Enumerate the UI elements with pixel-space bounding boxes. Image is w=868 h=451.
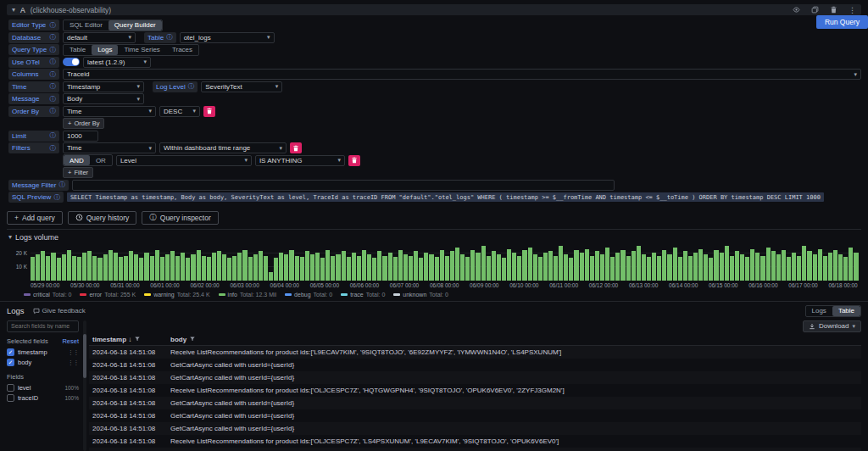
table-scrollbar[interactable]	[83, 320, 86, 451]
table-row[interactable]: 2024-06-18 14:51:08Receive ListRecommend…	[89, 345, 861, 359]
run-query-button[interactable]: Run Query	[816, 15, 868, 29]
filter1-field-select[interactable]: Time ▾	[63, 142, 156, 153]
volume-bar	[569, 258, 573, 280]
legend-label: info	[228, 292, 237, 298]
legend-item[interactable]: errorTotal: 255 K	[80, 292, 136, 298]
checkbox-unchecked[interactable]	[7, 384, 14, 392]
selected-field-item[interactable]: ✓timestamp⋮⋮	[7, 348, 79, 358]
message-filter-input[interactable]	[72, 180, 615, 191]
order-by-field-select[interactable]: Time ▾	[63, 106, 156, 117]
volume-bar	[403, 254, 408, 281]
filter2-field-select[interactable]: Level ▾	[116, 155, 252, 166]
remove-order-by-button[interactable]	[203, 106, 215, 117]
sort-desc-icon[interactable]: ↓	[128, 336, 131, 343]
add-query-button[interactable]: + Add query	[7, 211, 63, 225]
chevron-down-icon: ▾	[148, 145, 152, 152]
legend-label: debug	[294, 292, 310, 298]
table-row[interactable]: 2024-06-18 14:51:08GetCartAsync called w…	[89, 409, 861, 422]
field-item[interactable]: level100%	[7, 383, 79, 393]
query-type-traces[interactable]: Traces	[166, 45, 198, 55]
volume-bar	[538, 257, 542, 280]
logs-panel-body: Selected fields Reset ✓timestamp⋮⋮✓body⋮…	[7, 320, 861, 451]
limit-input[interactable]	[63, 131, 98, 142]
editor-type-sql-editor[interactable]: SQL Editor	[64, 20, 108, 31]
database-select[interactable]: default ▾	[63, 32, 136, 43]
legend-item[interactable]: unknownTotal: 0	[393, 292, 448, 298]
logs-volume-header[interactable]: ▾ Logs volume	[8, 233, 861, 242]
legend-marker	[219, 293, 225, 296]
filter2-operator-select[interactable]: IS ANYTHING ▾	[255, 155, 345, 166]
log-level-select[interactable]: SeverityText ▾	[201, 81, 282, 92]
table-row[interactable]: 2024-06-18 14:51:08Receive ListRecommend…	[89, 448, 861, 451]
table-row[interactable]: 2024-06-18 14:51:08GetCartAsync called w…	[89, 371, 861, 384]
eye-icon[interactable]	[793, 6, 800, 14]
table-row[interactable]: 2024-06-18 14:51:08Receive ListRecommend…	[89, 435, 861, 448]
remove-filter2-button[interactable]	[348, 155, 360, 166]
checkbox-unchecked[interactable]	[7, 394, 14, 402]
volume-bar	[419, 258, 423, 280]
table-select[interactable]: otel_logs ▾	[180, 32, 275, 43]
table-row[interactable]: 2024-06-18 14:51:08GetCartAsync called w…	[89, 359, 861, 371]
kebab-menu-icon[interactable]: ⋮	[849, 6, 856, 14]
legend-item[interactable]: traceTotal: 0	[341, 292, 385, 298]
query-inspector-button[interactable]: ⓘ Query inspector	[142, 211, 219, 225]
table-row[interactable]: 2024-06-18 14:51:08Receive ListRecommend…	[89, 384, 861, 397]
editor-type-query-builder[interactable]: Query Builder	[108, 20, 162, 31]
remove-query-icon[interactable]	[830, 6, 837, 14]
time-column-select[interactable]: Timestamp ▾	[63, 81, 144, 92]
legend-item[interactable]: criticalTotal: 0	[24, 292, 71, 298]
grip-icon[interactable]: ⋮⋮	[68, 359, 79, 366]
legend-item[interactable]: infoTotal: 12.3 Mil	[219, 292, 276, 298]
chevron-down-icon: ▾	[8, 233, 12, 241]
bool-and[interactable]: AND	[64, 155, 90, 165]
field-item[interactable]: traceID100%	[7, 393, 79, 404]
use-otel-toggle[interactable]	[63, 58, 80, 66]
otel-version-select[interactable]: latest (1.2.9) ▾	[83, 57, 151, 68]
columns-select[interactable]: Traceid ▾	[63, 69, 861, 80]
grip-icon[interactable]: ⋮⋮	[68, 349, 79, 356]
view-toggle-logs[interactable]: Logs	[806, 306, 832, 316]
remove-filter1-button[interactable]	[290, 142, 302, 153]
filter-icon[interactable]	[135, 337, 140, 342]
table-row[interactable]: 2024-06-18 14:51:08GetCartAsync called w…	[89, 397, 861, 409]
fields-label: Fields	[7, 373, 24, 381]
bool-operator-group: AND OR	[63, 154, 113, 166]
legend-item[interactable]: warningTotal: 25.4 K	[144, 292, 209, 298]
filter-icon[interactable]	[190, 337, 195, 342]
x-axis-tick: 06/06 00:00	[350, 282, 379, 288]
selected-field-item[interactable]: ✓body⋮⋮	[7, 358, 79, 368]
checkbox-checked[interactable]: ✓	[7, 359, 14, 366]
table-row[interactable]: 2024-06-18 14:51:08GetCartAsync called w…	[89, 422, 861, 435]
volume-bar	[838, 254, 843, 281]
order-direction-select[interactable]: DESC ▾	[159, 106, 200, 117]
download-button[interactable]: Download ▾	[803, 320, 861, 332]
column-header-body[interactable]: body	[167, 334, 861, 346]
scrollbar-thumb[interactable]	[83, 334, 86, 378]
collapse-query-icon[interactable]: ▾	[12, 6, 15, 14]
column-header-timestamp[interactable]: timestamp ↓	[89, 334, 167, 346]
message-column-select[interactable]: Body ▾	[63, 93, 144, 104]
info-icon: ⓘ	[53, 193, 60, 202]
query-type-time-series[interactable]: Time Series	[118, 45, 165, 55]
query-type-logs[interactable]: Logs	[92, 45, 118, 55]
checkbox-checked[interactable]: ✓	[7, 348, 14, 356]
query-history-button[interactable]: Query history	[68, 211, 137, 225]
bool-or[interactable]: OR	[90, 155, 112, 165]
add-order-by-button[interactable]: + Order By	[63, 118, 104, 129]
logs-volume-panel: ▾ Logs volume 20 K 10 K 05/29 00:0005/30…	[7, 229, 861, 300]
legend-item[interactable]: debugTotal: 0	[285, 292, 332, 298]
query-type-table[interactable]: Table	[64, 45, 92, 55]
volume-bar	[813, 254, 817, 281]
duplicate-query-icon[interactable]	[811, 6, 819, 14]
add-filter-button[interactable]: + Filter	[63, 167, 93, 178]
search-fields-input[interactable]	[7, 320, 79, 332]
database-label-text: Database	[12, 34, 41, 42]
filter1-condition-select[interactable]: Within dashboard time range ▾	[159, 142, 287, 153]
view-toggle-table[interactable]: Table	[832, 306, 860, 316]
reset-fields-link[interactable]: Reset	[62, 337, 79, 345]
limit-label: Limit ⓘ	[8, 131, 59, 142]
give-feedback-link[interactable]: Give feedback	[33, 307, 86, 315]
limit-row: Limit ⓘ	[8, 131, 861, 142]
cell-timestamp: 2024-06-18 14:51:08	[89, 448, 167, 451]
volume-bar	[175, 256, 180, 281]
